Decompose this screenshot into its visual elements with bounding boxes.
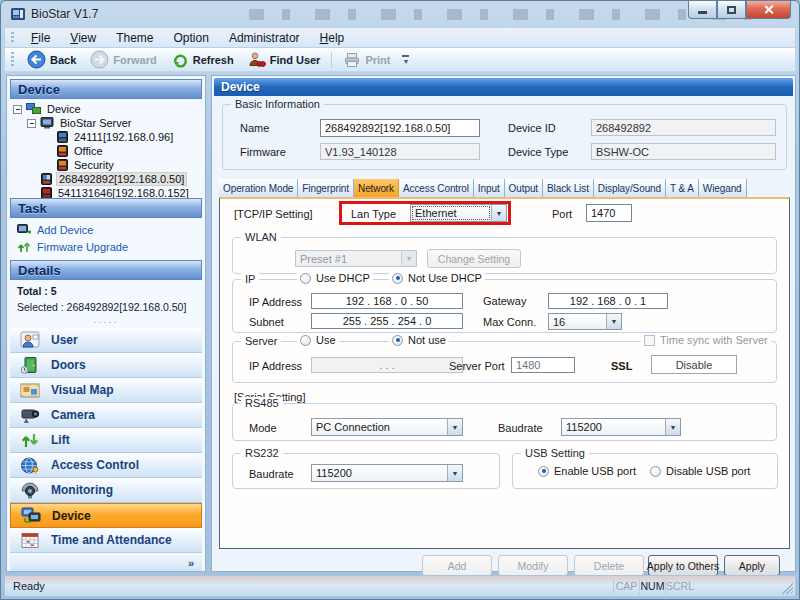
find-user-button[interactable]: Find User xyxy=(242,50,327,70)
firmware-upgrade-link[interactable]: Firmware Upgrade xyxy=(17,239,128,254)
tree-item-device-root[interactable]: Device xyxy=(11,102,202,116)
rs485-baudrate-dropdown[interactable]: 115200 ▼ xyxy=(561,418,681,436)
time-sync-checkbox[interactable]: Time sync with Server xyxy=(641,334,771,346)
collapse-icon[interactable] xyxy=(13,105,22,114)
dropdown-arrow-icon: ▼ xyxy=(447,419,462,435)
tab-access-control[interactable]: Access Control xyxy=(399,179,474,197)
collapse-icon[interactable] xyxy=(27,119,36,128)
server-use-label: Use xyxy=(316,334,336,346)
tab-wiegand[interactable]: Wiegand xyxy=(699,179,747,197)
tree-item-security[interactable]: Security xyxy=(11,158,202,172)
radio-icon xyxy=(300,273,311,284)
ip-address-input[interactable]: 192 . 168 . 0 . 50 xyxy=(311,293,463,309)
max-conn-dropdown[interactable]: 16 ▼ xyxy=(548,313,622,330)
device-blue-icon xyxy=(57,131,68,143)
sidebar-item-label: Access Control xyxy=(51,458,139,472)
close-button[interactable] xyxy=(746,1,791,19)
change-setting-button[interactable]: Change Setting xyxy=(427,249,521,268)
apply-button[interactable]: Apply xyxy=(724,555,780,576)
server-use-radio[interactable]: Use xyxy=(297,334,339,346)
back-button[interactable]: Back xyxy=(21,49,82,70)
modify-button[interactable]: Modify xyxy=(498,555,568,576)
gateway-input[interactable]: 192 . 168 . 0 . 1 xyxy=(548,293,668,309)
tab-network[interactable]: Network xyxy=(354,179,399,197)
status-key-indicators: CAP NUM SCRL xyxy=(613,576,691,596)
status-bar: Ready CAP NUM SCRL xyxy=(4,575,796,597)
sidebar-item-visual-map[interactable]: Visual Map xyxy=(10,378,202,403)
toolbar-grip[interactable] xyxy=(11,52,14,67)
rs485-mode-dropdown[interactable]: PC Connection ▼ xyxy=(311,418,463,436)
add-device-link[interactable]: Add Device xyxy=(17,222,93,237)
menubar-grip[interactable] xyxy=(11,32,14,43)
lan-type-dropdown[interactable]: Ethernet ▼ xyxy=(410,204,507,222)
maximize-button[interactable] xyxy=(717,1,746,19)
sidebar-item-label: Camera xyxy=(51,408,95,422)
enable-usb-radio[interactable]: Enable USB port xyxy=(535,465,639,477)
tree-item-24111[interactable]: 24111[192.168.0.96] xyxy=(11,130,202,144)
use-dhcp-radio[interactable]: Use DHCP xyxy=(297,272,373,284)
forward-button[interactable]: Forward xyxy=(84,49,162,70)
sidebar: Device Device BioStar Server 24111[192.1… xyxy=(6,75,206,572)
add-button[interactable]: Add xyxy=(422,555,492,576)
wlan-preset-value: Preset #1 xyxy=(296,251,401,266)
wlan-group: WLAN Preset #1 ▼ Change Setting xyxy=(232,237,777,274)
server-port-label: Server Port xyxy=(449,360,505,372)
server-not-use-radio[interactable]: Not use xyxy=(389,334,449,346)
menubar: File View Theme Option Administrator Hel… xyxy=(4,27,796,48)
back-label: Back xyxy=(50,54,76,66)
menu-view[interactable]: View xyxy=(60,29,106,47)
ssl-status-field: Disable xyxy=(651,355,737,374)
tab-fingerprint[interactable]: Fingerprint xyxy=(298,179,354,197)
sidebar-item-device[interactable]: Device xyxy=(10,503,202,528)
sidebar-splitter-handle[interactable]: ····· xyxy=(7,319,205,325)
rs232-baudrate-dropdown[interactable]: 115200 ▼ xyxy=(311,464,463,482)
device-name-input[interactable]: 268492892[192.168.0.50] xyxy=(320,119,480,137)
menu-help[interactable]: Help xyxy=(310,29,355,47)
sidebar-item-time-attendance[interactable]: Time and Attendance xyxy=(10,528,202,553)
sidebar-item-user[interactable]: User xyxy=(10,328,202,353)
server-ip-field: . . . xyxy=(311,357,463,373)
tab-black-list[interactable]: Black List xyxy=(543,179,594,197)
sidebar-item-access-control[interactable]: Access Control xyxy=(10,453,202,478)
menu-administrator[interactable]: Administrator xyxy=(219,29,310,47)
tree-item-office[interactable]: Office xyxy=(11,144,202,158)
sidebar-item-monitoring[interactable]: Monitoring xyxy=(10,478,202,503)
find-user-icon xyxy=(248,51,266,69)
sidebar-item-lift[interactable]: Lift xyxy=(10,428,202,453)
sidebar-collapse-strip[interactable]: » xyxy=(10,554,202,571)
tree-item-268492892[interactable]: 268492892[192.168.0.50] xyxy=(11,172,202,186)
delete-button[interactable]: Delete xyxy=(574,555,644,576)
menu-file[interactable]: File xyxy=(21,29,60,47)
apply-to-others-button[interactable]: Apply to Others xyxy=(648,555,718,576)
rs232-group: RS232 Baudrate 115200 ▼ xyxy=(232,453,500,489)
menu-theme[interactable]: Theme xyxy=(106,29,163,47)
sidebar-item-camera[interactable]: Camera xyxy=(10,403,202,428)
sidebar-item-label: Visual Map xyxy=(51,383,113,397)
refresh-button[interactable]: Refresh xyxy=(165,50,240,70)
sidebar-item-doors[interactable]: Doors xyxy=(10,353,202,378)
server-port-input[interactable]: 1480 xyxy=(511,357,575,373)
doors-icon xyxy=(20,356,40,375)
details-total: Total : 5 xyxy=(17,285,201,297)
tab-operation-mode[interactable]: Operation Mode xyxy=(219,179,298,197)
tab-display-sound[interactable]: Display/Sound xyxy=(594,179,666,197)
port-input[interactable]: 1470 xyxy=(586,204,632,222)
print-button[interactable]: Print xyxy=(337,50,396,70)
resize-grip[interactable] xyxy=(780,581,793,594)
tab-output[interactable]: Output xyxy=(505,179,543,197)
menu-option[interactable]: Option xyxy=(164,29,219,47)
group-legend: RS485 xyxy=(241,397,283,409)
num-lock-indicator: NUM xyxy=(639,578,665,594)
minimize-button[interactable] xyxy=(688,1,717,19)
tree-item-biostar-server[interactable]: BioStar Server xyxy=(11,116,202,130)
firmware-label: Firmware xyxy=(240,146,286,158)
toolbar-overflow-icon[interactable]: ▼ xyxy=(402,55,409,63)
disable-usb-radio[interactable]: Disable USB port xyxy=(647,465,753,477)
not-use-dhcp-radio[interactable]: Not Use DHCP xyxy=(389,272,485,284)
tab-t-and-a[interactable]: T & A xyxy=(666,179,699,197)
subnet-input[interactable]: 255 . 255 . 254 . 0 xyxy=(311,313,463,329)
group-legend: Basic Information xyxy=(231,98,324,110)
tab-input[interactable]: Input xyxy=(474,179,505,197)
titlebar[interactable]: BioStar V1.7 xyxy=(1,1,799,27)
wlan-preset-dropdown[interactable]: Preset #1 ▼ xyxy=(295,250,417,267)
